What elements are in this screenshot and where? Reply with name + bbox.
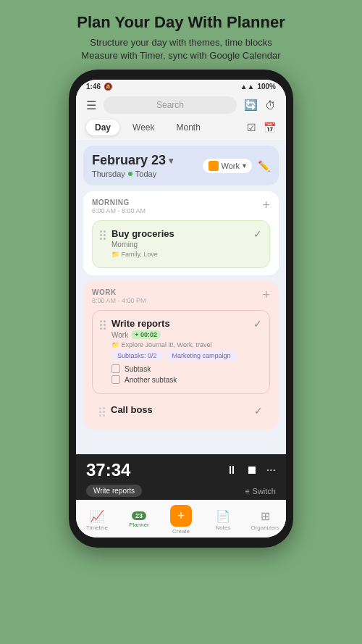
work-dropdown-icon[interactable]: ▾ (243, 162, 246, 170)
morning-section-header: MORNING 6:00 AM - 8:00 AM + (92, 198, 270, 214)
date-dropdown-icon[interactable]: ▾ (169, 156, 173, 166)
timer-task-label: Write reports (86, 485, 142, 497)
timer-controls: ⏸ ⏹ ··· (226, 464, 276, 477)
refresh-icon[interactable]: 🔄 (244, 99, 258, 112)
status-bar: 1:46 🔕 ▲▲ 100% (76, 80, 286, 93)
morning-section: MORNING 6:00 AM - 8:00 AM + Buy grocerie… (83, 191, 279, 275)
subtask-checkbox-2[interactable] (111, 375, 120, 384)
top-bar: ☰ Search 🔄 ⏱ (76, 93, 286, 120)
work-label: Work (222, 162, 240, 170)
groceries-check-icon[interactable]: ✓ (253, 228, 262, 240)
call-boss-check-icon[interactable]: ✓ (254, 405, 263, 417)
work-time: 8:00 AM - 4:00 PM (92, 297, 146, 304)
planner-badge: 23 (132, 511, 146, 520)
write-reports-label: Work + 00:02 (111, 330, 248, 339)
tab-week[interactable]: Week (124, 120, 163, 135)
nav-organizers[interactable]: ⊞ Organizers (244, 509, 286, 531)
groceries-task-card[interactable]: Buy groceries Morning 📁 Family, Love ✓ (92, 220, 270, 268)
timer-display: 37:34 (86, 460, 130, 480)
groceries-task-tags: 📁 Family, Love (111, 251, 248, 258)
today-dot (128, 172, 132, 176)
drag-handle-3[interactable] (99, 405, 105, 417)
status-right: ▲▲ 100% (240, 83, 276, 91)
nav-create[interactable]: + Create (160, 505, 202, 535)
timeline-label: Timeline (86, 524, 108, 531)
edit-icon[interactable]: ✏️ (258, 160, 270, 172)
phone-screen: 1:46 🔕 ▲▲ 100% ☰ Search 🔄 ⏱ Day Wee (76, 80, 286, 538)
subtask-count-chip: Subtasks: 0/2 (111, 351, 163, 361)
search-box[interactable]: Search (104, 96, 237, 114)
phone-frame: 1:46 🔕 ▲▲ 100% ☰ Search 🔄 ⏱ Day Wee (69, 70, 293, 548)
date-header: February 23 ▾ Thursday Today Work ▾ (83, 146, 279, 185)
work-section-header: WORK 8:00 AM - 4:00 PM + (92, 288, 270, 304)
write-reports-check-icon[interactable]: ✓ (253, 318, 262, 330)
content-area: February 23 ▾ Thursday Today Work ▾ (76, 140, 286, 454)
nav-notes[interactable]: 📄 Notes (202, 509, 244, 531)
drag-handle-2[interactable] (100, 318, 106, 330)
date-title: February 23 ▾ (92, 153, 173, 168)
morning-add-button[interactable]: + (262, 198, 270, 212)
write-reports-content: Write reports Work + 00:02 📁 Explore Jou… (111, 318, 248, 386)
tab-month[interactable]: Month (167, 120, 209, 135)
timer-badge: + 00:02 (131, 330, 161, 339)
wifi-icon: ▲▲ (240, 83, 255, 91)
subtask-item-2: Another subtask (111, 375, 248, 384)
status-time: 1:46 (86, 83, 101, 91)
calendar-icon[interactable]: 📅 (264, 122, 276, 133)
app-title: Plan Your Day With Planner (77, 13, 285, 32)
bottom-nav: 📈 Timeline 23 Planner + Create 📄 Notes ⊞… (76, 500, 286, 538)
work-icon (209, 161, 219, 171)
timer-row: 37:34 ⏸ ⏹ ··· (86, 460, 276, 480)
groceries-task-title: Buy groceries (111, 228, 248, 239)
bottom-timer: 37:34 ⏸ ⏹ ··· Write reports ≡ Switch (76, 454, 286, 500)
write-reports-title: Write reports (111, 318, 248, 329)
app-header: Plan Your Day With Planner Structure you… (62, 0, 300, 70)
status-left: 1:46 🔕 (86, 83, 112, 91)
switch-button[interactable]: ≡ Switch (245, 487, 276, 495)
groceries-task-label: Morning (111, 241, 248, 248)
marketing-chip: Marketing campaign (167, 351, 237, 361)
top-action-icons: 🔄 ⏱ (244, 99, 276, 112)
stop-button[interactable]: ⏹ (246, 464, 258, 477)
work-add-button[interactable]: + (262, 288, 270, 301)
more-button[interactable]: ··· (266, 464, 276, 477)
status-icons: 🔕 (104, 83, 112, 91)
call-boss-title: Call boss (111, 404, 153, 415)
work-badge[interactable]: Work ▾ (203, 159, 252, 173)
morning-time: 6:00 AM - 8:00 AM (92, 207, 146, 214)
battery-label: 100% (257, 83, 276, 91)
notes-icon: 📄 (216, 509, 230, 523)
work-label: WORK (92, 288, 146, 296)
work-section: WORK 8:00 AM - 4:00 PM + Write reports (83, 281, 279, 430)
tab-day[interactable]: Day (86, 120, 119, 135)
date-left: February 23 ▾ Thursday Today (92, 153, 173, 178)
tab-bar: Day Week Month ☑ 📅 (76, 120, 286, 140)
subtask-checkbox-1[interactable] (111, 364, 120, 373)
drag-handle[interactable] (100, 228, 106, 240)
timer-icon[interactable]: ⏱ (265, 99, 276, 112)
timeline-icon: 📈 (90, 509, 104, 523)
planner-label: Planner (129, 522, 149, 528)
subtask-list: Subtask Another subtask (111, 364, 248, 384)
subtask-chips: Subtasks: 0/2 Marketing campaign (111, 351, 248, 361)
groceries-task-content: Buy groceries Morning 📁 Family, Love (111, 228, 248, 260)
write-reports-card[interactable]: Write reports Work + 00:02 📁 Explore Jou… (92, 310, 270, 394)
tab-right-icons: ☑ 📅 (247, 122, 276, 133)
morning-label: MORNING (92, 198, 146, 206)
organizers-label: Organizers (251, 524, 279, 531)
search-placeholder: Search (156, 100, 184, 110)
checklist-icon[interactable]: ☑ (247, 122, 256, 133)
pause-button[interactable]: ⏸ (226, 464, 237, 477)
create-button[interactable]: + (170, 505, 192, 527)
subtask-item-1: Subtask (111, 364, 248, 373)
date-sub: Thursday Today (92, 170, 173, 178)
create-label: Create (172, 528, 190, 535)
switch-icon: ≡ (245, 487, 249, 495)
nav-timeline[interactable]: 📈 Timeline (76, 509, 118, 531)
organizers-icon: ⊞ (261, 509, 270, 523)
timer-label-row: Write reports ≡ Switch (86, 485, 276, 497)
call-boss-card[interactable]: Call boss ✓ (92, 398, 270, 422)
hamburger-icon[interactable]: ☰ (86, 99, 96, 112)
nav-planner[interactable]: 23 Planner (118, 511, 160, 528)
menu-icon-wrap[interactable]: ☰ (86, 99, 96, 112)
